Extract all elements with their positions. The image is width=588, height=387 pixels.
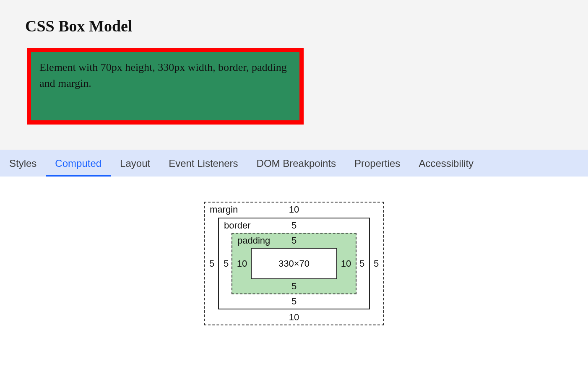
page-example-area: CSS Box Model Element with 70px height, … [0, 0, 588, 150]
content-box[interactable]: 330×70 [251, 248, 337, 279]
border-top-value[interactable]: 5 [219, 221, 369, 230]
border-left-value[interactable]: 5 [221, 218, 231, 309]
tab-properties[interactable]: Properties [345, 150, 409, 177]
padding-top-value[interactable]: 5 [232, 236, 356, 245]
content-size-value[interactable]: 330×70 [278, 259, 310, 268]
margin-top-value[interactable]: 10 [205, 205, 383, 214]
tab-accessibility[interactable]: Accessibility [409, 150, 483, 177]
border-right-value[interactable]: 5 [357, 218, 367, 309]
tab-layout[interactable]: Layout [111, 150, 159, 177]
page-title: CSS Box Model [25, 17, 588, 35]
tab-dom-breakpoints[interactable]: DOM Breakpoints [247, 150, 345, 177]
margin-right-value[interactable]: 5 [372, 203, 381, 325]
devtools-tabbar: Styles Computed Layout Event Listeners D… [0, 150, 588, 177]
border-bottom-value[interactable]: 5 [219, 297, 369, 306]
sample-element: Element with 70px height, 330px width, b… [27, 48, 304, 125]
sample-element-text: Element with 70px height, 330px width, b… [39, 61, 287, 89]
tab-styles[interactable]: Styles [0, 150, 46, 177]
padding-left-value[interactable]: 10 [236, 234, 248, 293]
padding-bottom-value[interactable]: 5 [232, 282, 356, 291]
margin-box[interactable]: margin 10 5 10 5 border 5 5 5 5 padding … [204, 202, 384, 325]
tab-computed[interactable]: Computed [46, 150, 111, 177]
padding-box[interactable]: padding 5 10 5 10 330×70 [232, 233, 356, 294]
computed-panel: margin 10 5 10 5 border 5 5 5 5 padding … [0, 177, 588, 359]
margin-bottom-value[interactable]: 10 [205, 313, 383, 322]
tab-event-listeners[interactable]: Event Listeners [159, 150, 247, 177]
margin-left-value[interactable]: 5 [207, 203, 216, 325]
border-box[interactable]: border 5 5 5 5 padding 5 10 5 10 330×70 [218, 218, 370, 309]
box-model-diagram: margin 10 5 10 5 border 5 5 5 5 padding … [204, 202, 384, 325]
